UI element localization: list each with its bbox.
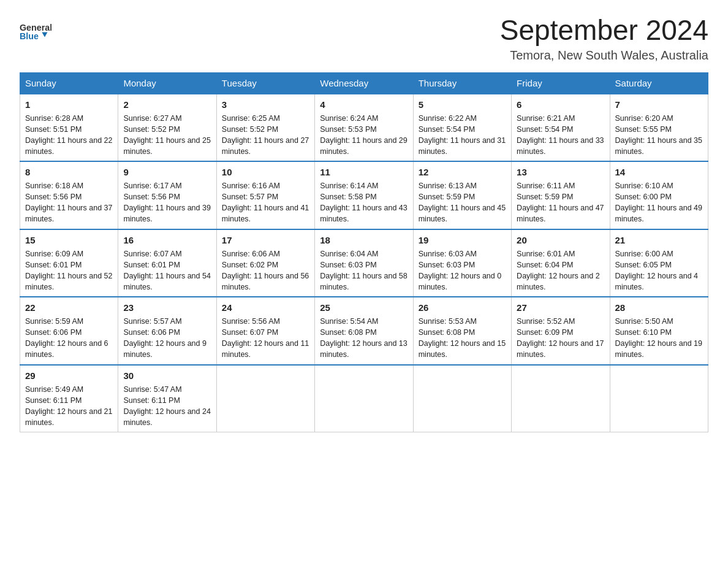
col-header-tuesday: Tuesday — [216, 72, 314, 94]
day-info: Sunrise: 5:47 AMSunset: 6:11 PMDaylight:… — [123, 384, 211, 429]
col-header-sunday: Sunday — [20, 72, 118, 94]
calendar-cell — [216, 365, 314, 432]
calendar-header-row: SundayMondayTuesdayWednesdayThursdayFrid… — [20, 72, 708, 94]
calendar-cell: 8Sunrise: 6:18 AMSunset: 5:56 PMDaylight… — [20, 161, 118, 229]
calendar-cell: 15Sunrise: 6:09 AMSunset: 6:01 PMDayligh… — [20, 229, 118, 297]
day-info: Sunrise: 6:17 AMSunset: 5:56 PMDaylight:… — [123, 180, 211, 225]
calendar-week-row: 8Sunrise: 6:18 AMSunset: 5:56 PMDaylight… — [20, 161, 708, 229]
calendar-table: SundayMondayTuesdayWednesdayThursdayFrid… — [20, 72, 708, 433]
calendar-cell: 17Sunrise: 6:06 AMSunset: 6:02 PMDayligh… — [216, 229, 314, 297]
col-header-thursday: Thursday — [413, 72, 511, 94]
calendar-week-row: 22Sunrise: 5:59 AMSunset: 6:06 PMDayligh… — [20, 297, 708, 365]
day-number: 4 — [320, 98, 408, 111]
day-info: Sunrise: 6:16 AMSunset: 5:57 PMDaylight:… — [222, 180, 309, 225]
day-number: 27 — [517, 301, 604, 314]
page-subtitle: Temora, New South Wales, Australia — [500, 48, 708, 63]
day-number: 6 — [517, 98, 604, 111]
day-number: 3 — [222, 98, 309, 111]
day-number: 21 — [615, 234, 703, 247]
day-number: 5 — [419, 98, 506, 111]
day-info: Sunrise: 5:57 AMSunset: 6:06 PMDaylight:… — [123, 316, 211, 361]
calendar-cell: 20Sunrise: 6:01 AMSunset: 6:04 PMDayligh… — [512, 229, 610, 297]
day-info: Sunrise: 6:03 AMSunset: 6:03 PMDaylight:… — [419, 248, 506, 293]
title-area: September 2024 Temora, New South Wales, … — [500, 15, 708, 63]
col-header-friday: Friday — [512, 72, 610, 94]
day-info: Sunrise: 5:50 AMSunset: 6:10 PMDaylight:… — [615, 316, 703, 361]
calendar-cell: 10Sunrise: 6:16 AMSunset: 5:57 PMDayligh… — [216, 161, 314, 229]
day-number: 16 — [123, 234, 211, 247]
calendar-cell: 22Sunrise: 5:59 AMSunset: 6:06 PMDayligh… — [20, 297, 118, 365]
day-info: Sunrise: 5:52 AMSunset: 6:09 PMDaylight:… — [517, 316, 604, 361]
logo: General Blue — [20, 15, 51, 47]
day-number: 15 — [25, 234, 113, 247]
calendar-cell: 4Sunrise: 6:24 AMSunset: 5:53 PMDaylight… — [315, 94, 413, 162]
col-header-saturday: Saturday — [610, 72, 708, 94]
svg-text:Blue: Blue — [20, 31, 39, 41]
calendar-cell: 23Sunrise: 5:57 AMSunset: 6:06 PMDayligh… — [118, 297, 216, 365]
day-info: Sunrise: 6:13 AMSunset: 5:59 PMDaylight:… — [419, 180, 506, 225]
day-number: 1 — [25, 98, 113, 111]
day-info: Sunrise: 5:56 AMSunset: 6:07 PMDaylight:… — [222, 316, 309, 361]
day-info: Sunrise: 6:27 AMSunset: 5:52 PMDaylight:… — [123, 113, 211, 158]
calendar-cell: 13Sunrise: 6:11 AMSunset: 5:59 PMDayligh… — [512, 161, 610, 229]
day-info: Sunrise: 6:11 AMSunset: 5:59 PMDaylight:… — [517, 180, 604, 225]
day-number: 10 — [222, 166, 309, 178]
day-info: Sunrise: 6:20 AMSunset: 5:55 PMDaylight:… — [615, 113, 703, 158]
calendar-cell — [512, 365, 610, 432]
page-title: September 2024 — [500, 15, 708, 46]
page-header: General Blue September 2024 Temora, New … — [20, 15, 708, 63]
calendar-cell: 1Sunrise: 6:28 AMSunset: 5:51 PMDaylight… — [20, 94, 118, 162]
day-info: Sunrise: 5:53 AMSunset: 6:08 PMDaylight:… — [419, 316, 506, 361]
day-info: Sunrise: 6:18 AMSunset: 5:56 PMDaylight:… — [25, 180, 113, 225]
day-number: 14 — [615, 166, 703, 178]
day-number: 17 — [222, 234, 309, 247]
calendar-cell: 14Sunrise: 6:10 AMSunset: 6:00 PMDayligh… — [610, 161, 708, 229]
col-header-wednesday: Wednesday — [315, 72, 413, 94]
day-info: Sunrise: 6:25 AMSunset: 5:52 PMDaylight:… — [222, 113, 309, 158]
calendar-cell: 30Sunrise: 5:47 AMSunset: 6:11 PMDayligh… — [118, 365, 216, 432]
day-info: Sunrise: 6:21 AMSunset: 5:54 PMDaylight:… — [517, 113, 604, 158]
day-info: Sunrise: 6:14 AMSunset: 5:58 PMDaylight:… — [320, 180, 408, 225]
calendar-cell — [315, 365, 413, 432]
calendar-cell: 5Sunrise: 6:22 AMSunset: 5:54 PMDaylight… — [413, 94, 511, 162]
calendar-cell: 16Sunrise: 6:07 AMSunset: 6:01 PMDayligh… — [118, 229, 216, 297]
day-info: Sunrise: 6:07 AMSunset: 6:01 PMDaylight:… — [123, 248, 211, 293]
calendar-week-row: 29Sunrise: 5:49 AMSunset: 6:11 PMDayligh… — [20, 365, 708, 432]
calendar-cell: 11Sunrise: 6:14 AMSunset: 5:58 PMDayligh… — [315, 161, 413, 229]
calendar-cell — [610, 365, 708, 432]
calendar-week-row: 1Sunrise: 6:28 AMSunset: 5:51 PMDaylight… — [20, 94, 708, 162]
day-number: 28 — [615, 301, 703, 314]
day-number: 11 — [320, 166, 408, 178]
day-number: 23 — [123, 301, 211, 314]
day-info: Sunrise: 6:22 AMSunset: 5:54 PMDaylight:… — [419, 113, 506, 158]
day-info: Sunrise: 5:54 AMSunset: 6:08 PMDaylight:… — [320, 316, 408, 361]
svg-text:General: General — [20, 23, 51, 33]
day-info: Sunrise: 6:06 AMSunset: 6:02 PMDaylight:… — [222, 248, 309, 293]
day-number: 29 — [25, 369, 113, 382]
day-number: 22 — [25, 301, 113, 314]
col-header-monday: Monday — [118, 72, 216, 94]
calendar-cell: 12Sunrise: 6:13 AMSunset: 5:59 PMDayligh… — [413, 161, 511, 229]
calendar-cell: 28Sunrise: 5:50 AMSunset: 6:10 PMDayligh… — [610, 297, 708, 365]
svg-marker-1 — [42, 33, 47, 37]
calendar-week-row: 15Sunrise: 6:09 AMSunset: 6:01 PMDayligh… — [20, 229, 708, 297]
day-number: 20 — [517, 234, 604, 247]
calendar-cell: 19Sunrise: 6:03 AMSunset: 6:03 PMDayligh… — [413, 229, 511, 297]
day-number: 13 — [517, 166, 604, 178]
day-info: Sunrise: 6:10 AMSunset: 6:00 PMDaylight:… — [615, 180, 703, 225]
calendar-cell: 7Sunrise: 6:20 AMSunset: 5:55 PMDaylight… — [610, 94, 708, 162]
day-number: 19 — [419, 234, 506, 247]
calendar-cell: 6Sunrise: 6:21 AMSunset: 5:54 PMDaylight… — [512, 94, 610, 162]
calendar-cell: 2Sunrise: 6:27 AMSunset: 5:52 PMDaylight… — [118, 94, 216, 162]
day-info: Sunrise: 6:28 AMSunset: 5:51 PMDaylight:… — [25, 113, 113, 158]
calendar-cell — [413, 365, 511, 432]
calendar-cell: 9Sunrise: 6:17 AMSunset: 5:56 PMDaylight… — [118, 161, 216, 229]
day-number: 8 — [25, 166, 113, 178]
calendar-cell: 25Sunrise: 5:54 AMSunset: 6:08 PMDayligh… — [315, 297, 413, 365]
calendar-cell: 26Sunrise: 5:53 AMSunset: 6:08 PMDayligh… — [413, 297, 511, 365]
day-info: Sunrise: 5:59 AMSunset: 6:06 PMDaylight:… — [25, 316, 113, 361]
day-info: Sunrise: 5:49 AMSunset: 6:11 PMDaylight:… — [25, 384, 113, 429]
calendar-cell: 3Sunrise: 6:25 AMSunset: 5:52 PMDaylight… — [216, 94, 314, 162]
day-info: Sunrise: 6:04 AMSunset: 6:03 PMDaylight:… — [320, 248, 408, 293]
day-number: 18 — [320, 234, 408, 247]
